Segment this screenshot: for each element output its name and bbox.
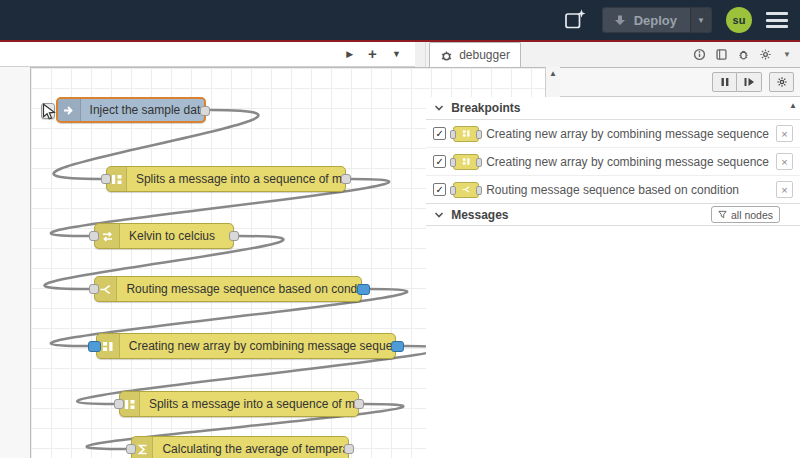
node-label: Routing message sequence based on condit… — [117, 282, 361, 296]
output-port[interactable] — [344, 444, 354, 454]
tab-help[interactable] — [710, 42, 732, 67]
info-icon — [693, 48, 706, 61]
section-title: Breakpoints — [451, 101, 520, 115]
debugger-panel: ▲ Breakpoints ✓ Creating new array by co… — [426, 97, 800, 458]
deploy-options-caret[interactable]: ▼ — [690, 7, 712, 33]
output-port[interactable] — [341, 174, 351, 184]
breakpoint-label: Creating new array by combining message … — [486, 127, 769, 141]
scroll-up-icon[interactable]: ▲ — [549, 69, 557, 78]
breakpoint-row: ✓ Creating new array by combining messag… — [426, 148, 800, 176]
hamburger-menu-icon[interactable] — [766, 12, 788, 28]
messages-filter-button[interactable]: all nodes — [711, 206, 780, 223]
breakpoint-label: Routing message sequence based on condit… — [486, 183, 769, 197]
input-port[interactable] — [89, 284, 99, 294]
node-red-editor: Deploy ▼ su ▶ + ▼ — [0, 0, 800, 458]
switch-node-icon — [453, 182, 479, 198]
header: Deploy ▼ su — [0, 0, 800, 40]
breakpoint-checkbox[interactable]: ✓ — [433, 183, 446, 196]
tab-more-caret[interactable]: ▼ — [776, 42, 798, 67]
flow-list-icon[interactable]: ▼ — [392, 50, 401, 59]
chevron-down-icon — [434, 211, 444, 219]
node-label: Splits a message into a sequence of mess… — [140, 397, 358, 411]
breakpoint-row: ✓ Routing message sequence based on cond… — [426, 176, 800, 204]
output-port[interactable] — [200, 106, 210, 116]
node-switch[interactable]: Routing message sequence based on condit… — [94, 276, 362, 302]
breakpoint-checkbox[interactable]: ✓ — [433, 155, 446, 168]
breakpoint-row: ✓ Creating new array by combining messag… — [426, 120, 800, 148]
tab-debugger[interactable]: debugger — [429, 42, 521, 68]
node-function[interactable]: Calculating the average of temperature — [131, 436, 349, 458]
node-split[interactable]: Splits a message into a sequence of mess… — [106, 166, 346, 192]
sidebar-tab-bar: debugger ▼ — [426, 42, 800, 68]
node-split[interactable]: Splits a message into a sequence of mess… — [119, 391, 359, 417]
bug-icon — [737, 48, 750, 61]
debugger-settings-button[interactable] — [769, 72, 794, 92]
scroll-up-icon[interactable]: ▲ — [789, 101, 797, 110]
node-label: Splits a message into a sequence of mess… — [127, 172, 345, 186]
node-inject[interactable]: Inject the sample data — [56, 97, 206, 123]
join-node-icon — [453, 126, 479, 142]
workspace: ▶ + ▼ — [0, 42, 415, 458]
gear-icon — [759, 48, 772, 61]
messages-section-header[interactable]: Messages all nodes — [426, 203, 800, 226]
output-port[interactable] — [229, 231, 239, 241]
avatar[interactable]: su — [726, 7, 752, 33]
inject-icon — [58, 99, 81, 121]
deploy-icon — [613, 13, 627, 27]
debugger-tab-icon — [440, 49, 453, 62]
section-title: Messages — [451, 208, 508, 222]
output-port[interactable] — [354, 399, 364, 409]
deploy-button[interactable]: Deploy ▼ — [602, 7, 712, 33]
step-button[interactable] — [737, 72, 762, 92]
input-port[interactable] — [114, 399, 124, 409]
gear-icon — [776, 76, 788, 88]
flow-tab-bar: ▶ + ▼ — [0, 42, 415, 67]
remove-breakpoint-button[interactable]: × — [776, 181, 793, 198]
filter-label: all nodes — [731, 209, 773, 221]
breakpoint-checkbox[interactable]: ✓ — [433, 127, 446, 140]
output-port-breakpoint[interactable] — [391, 341, 404, 352]
book-icon — [715, 48, 728, 61]
chevron-down-icon — [434, 104, 444, 112]
sidebar: debugger ▼ — [426, 42, 800, 458]
mouse-cursor — [42, 103, 57, 121]
input-port[interactable] — [89, 231, 99, 241]
breakpoints-section-header[interactable]: Breakpoints — [426, 97, 800, 120]
add-flow-button[interactable]: + — [368, 46, 377, 61]
node-label: Creating new array by combining message … — [120, 339, 395, 353]
pause-button[interactable] — [712, 72, 737, 92]
step-icon — [744, 77, 755, 87]
tab-config-nodes[interactable] — [754, 42, 776, 67]
tab-debug-messages[interactable] — [732, 42, 754, 67]
node-join[interactable]: Creating new array by combining message … — [96, 333, 396, 359]
tab-info[interactable] — [688, 42, 710, 67]
node-change[interactable]: Kelvin to celcius — [94, 223, 234, 249]
deploy-label: Deploy — [634, 13, 677, 28]
node-label: Kelvin to celcius — [120, 229, 224, 243]
assistant-icon[interactable] — [562, 7, 588, 33]
input-port-breakpoint[interactable] — [88, 341, 101, 352]
node-label: Calculating the average of temperature — [153, 442, 348, 456]
pause-icon — [720, 77, 730, 87]
node-label: Inject the sample data — [81, 103, 204, 117]
remove-breakpoint-button[interactable]: × — [776, 153, 793, 170]
output-port-breakpoint[interactable] — [357, 284, 370, 295]
join-node-icon — [453, 154, 479, 170]
tab-scroll-right-icon[interactable]: ▶ — [346, 50, 353, 59]
input-port[interactable] — [126, 444, 136, 454]
breakpoint-label: Creating new array by combining message … — [486, 155, 769, 169]
filter-icon — [718, 210, 727, 219]
tab-label: debugger — [459, 48, 510, 62]
input-port[interactable] — [101, 174, 111, 184]
remove-breakpoint-button[interactable]: × — [776, 125, 793, 142]
